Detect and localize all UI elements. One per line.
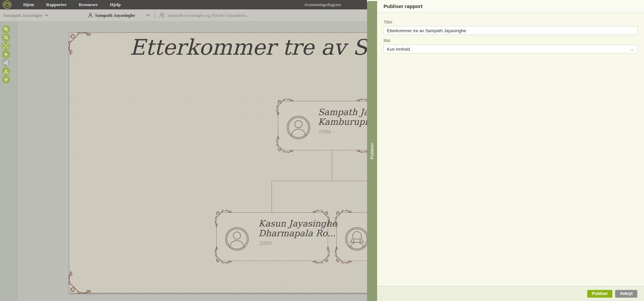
top-navigation-bar: Hjem Rapporter Ressurser Hjelp Avstamnin… [0, 0, 367, 9]
tittel-label: Tittel [384, 20, 638, 24]
panel-body: Tittel Mal Kun innhold [377, 12, 644, 57]
panel-title: Publiser rapport [377, 0, 644, 12]
card-corner-ornament [312, 246, 330, 264]
person-dates: 2000 - [258, 240, 337, 246]
nav-ressurser[interactable]: Ressurser [79, 2, 98, 7]
family-selector-label: Sampath Jayasinghe og Nimali Gunarathna.… [167, 13, 249, 18]
tree-dropdown[interactable]: Samapath Jayasinghe [3, 13, 48, 18]
descendant-chart-document: Etterkommer tre av Sampath Jayasinghe Sa… [69, 33, 367, 293]
person-selector-label: Sampath Jayasinghe [95, 13, 135, 18]
person-card-sampath[interactable]: Sampath Jayasinghe Kamburupitiya 1996 - [278, 101, 367, 150]
nav-rapporter[interactable]: Rapporter [46, 2, 67, 7]
publish-tab[interactable]: Publiser [367, 1, 377, 301]
chevron-down-icon [45, 14, 48, 16]
center-icon[interactable] [2, 50, 10, 58]
toolbar-divider [155, 12, 155, 19]
person-name: Kamburupitiya [318, 117, 367, 127]
person-name: Dharmapala Ro... [258, 229, 337, 238]
portrait-silhouette-icon [225, 227, 249, 251]
nav-hjem[interactable]: Hjem [23, 2, 34, 7]
top-menu: Hjem Rapporter Ressurser Hjelp [23, 2, 121, 7]
person-selector[interactable]: Sampath Jayasinghe [88, 13, 150, 18]
chevron-down-icon [630, 48, 634, 53]
tree-connector [272, 181, 272, 212]
panel-footer: Publiser Avbryt [377, 286, 644, 301]
chart-title: Etterkommer tre av Sampath Jayasinghe [130, 35, 367, 60]
card-corner-ornament [214, 210, 233, 228]
chart-canvas[interactable]: Etterkommer tre av Sampath Jayasinghe Sa… [18, 21, 367, 301]
tree-connector [332, 150, 332, 181]
document-corner-ornament [68, 32, 92, 56]
settings-icon[interactable] [2, 76, 10, 84]
nav-hjelp[interactable]: Hjelp [110, 2, 121, 7]
family-icon [159, 13, 165, 18]
card-corner-ornament [356, 135, 367, 153]
publish-tab-label: Publiser [370, 143, 374, 159]
card-corner-ornament [276, 98, 294, 116]
publish-strip-column: Publiser [367, 0, 377, 301]
person-icon [88, 13, 93, 18]
main-area: Hjem Rapporter Ressurser Hjelp Avstamnin… [0, 0, 367, 301]
workspace: Etterkommer tre av Sampath Jayasinghe Sa… [0, 21, 367, 301]
app-logo-icon[interactable] [2, 0, 12, 9]
portrait-silhouette-icon [345, 227, 367, 251]
mal-select-value: Kun innhold [387, 47, 410, 52]
tree-dropdown-label: Samapath Jayasinghe [3, 13, 42, 18]
fit-screen-icon[interactable] [2, 42, 10, 50]
person-card-partial[interactable] [336, 212, 367, 261]
app-window: Hjem Rapporter Ressurser Hjelp Avstamnin… [0, 0, 644, 301]
canvas-tool-sidebar [0, 21, 17, 301]
mal-label: Mal [384, 38, 638, 43]
report-toolbar: Samapath Jayasinghe Sampath Jayasinghe [0, 9, 367, 21]
person-card-kasun[interactable]: Kasun Jayasinghe Dharmapala Ro... 2000 - [216, 212, 328, 261]
zoom-in-icon[interactable] [2, 25, 10, 33]
family-selector[interactable]: Sampath Jayasinghe og Nimali Gunarathna.… [159, 13, 249, 18]
tree-connector [272, 181, 367, 181]
person-name: Kasun Jayasinghe [258, 219, 337, 229]
person-dates: 1996 - [318, 129, 367, 135]
portrait-silhouette-icon [286, 115, 311, 140]
tittel-input[interactable] [384, 26, 638, 35]
share-icon [2, 59, 10, 67]
mal-select[interactable]: Kun innhold [384, 45, 638, 53]
download-icon[interactable] [2, 67, 10, 75]
card-corner-ornament [334, 210, 353, 228]
chevron-down-icon [146, 14, 150, 16]
zoom-out-icon[interactable] [2, 34, 10, 42]
publish-button[interactable]: Publiser [587, 290, 612, 298]
person-name: Sampath Jayasinghe [318, 107, 367, 117]
document-corner-ornament [68, 270, 92, 294]
publish-report-panel: Publiser rapport Tittel Mal Kun innhold … [377, 0, 644, 301]
cancel-button[interactable]: Avbryt [615, 290, 637, 298]
report-type-title: Avstamningsdiagram [304, 0, 341, 9]
